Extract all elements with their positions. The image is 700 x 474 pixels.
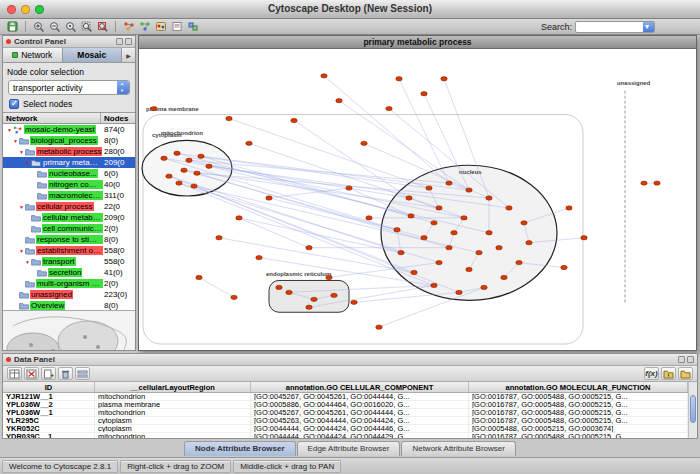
dropdown-arrows-icon[interactable] [117, 81, 129, 94]
network-node[interactable] [526, 241, 532, 245]
tab-network[interactable]: Network [3, 48, 63, 62]
network-node[interactable] [486, 196, 492, 200]
network-node[interactable] [581, 236, 587, 240]
network-node[interactable] [501, 275, 507, 279]
close-panel-icon[interactable] [125, 38, 132, 45]
network-node[interactable] [436, 206, 442, 210]
network-node[interactable] [276, 285, 282, 289]
network-node[interactable] [421, 236, 427, 240]
network-node[interactable] [196, 275, 202, 279]
network-node[interactable] [421, 92, 427, 96]
network-node[interactable] [466, 267, 472, 271]
tree-item-establishment-of-lo[interactable]: ▼establishment of lo...558(0 [3, 245, 135, 256]
network-node[interactable] [226, 116, 232, 120]
network-node[interactable] [431, 283, 437, 287]
network-node[interactable] [231, 295, 237, 299]
first-neighbors-icon[interactable] [121, 20, 136, 33]
network-node[interactable] [486, 231, 492, 235]
network-node[interactable] [366, 216, 372, 220]
network-node[interactable] [496, 245, 502, 249]
expand-arrow-icon[interactable]: ▼ [24, 259, 31, 265]
tree-item-cellular-metabo[interactable]: cellular metabo...209(0 [3, 212, 135, 223]
new-network-from-selection-icon[interactable] [137, 20, 152, 33]
network-node[interactable] [451, 231, 457, 235]
tab-overflow-icon[interactable] [122, 48, 135, 62]
network-node[interactable] [431, 221, 437, 225]
network-node[interactable] [436, 260, 442, 264]
network-node[interactable] [161, 156, 167, 160]
select-attributes-icon[interactable] [7, 367, 22, 380]
network-node[interactable] [174, 151, 180, 155]
tab-network-attribute-browser[interactable]: Network Attribute Browser [401, 441, 515, 456]
delete-attribute-icon[interactable] [58, 367, 73, 380]
vizmapper-icon[interactable] [153, 20, 168, 33]
network-node[interactable] [411, 270, 417, 274]
network-node[interactable] [256, 255, 262, 259]
network-node[interactable] [506, 206, 512, 210]
tab-mosaic[interactable]: Mosaic [63, 48, 123, 62]
network-node[interactable] [311, 297, 317, 301]
expand-arrow-icon[interactable]: ▼ [18, 204, 25, 210]
network-node[interactable] [191, 184, 197, 188]
network-node[interactable] [481, 285, 487, 289]
search-dropdown-icon[interactable] [643, 22, 654, 32]
zoom-window-icon[interactable] [35, 5, 44, 14]
tree-header-network[interactable]: Network [3, 113, 101, 123]
network-node[interactable] [361, 141, 367, 145]
network-node[interactable] [236, 216, 242, 220]
network-node[interactable] [186, 158, 192, 162]
tab-node-attribute-browser[interactable]: Node Attribute Browser [184, 441, 296, 456]
network-view-title[interactable]: primary metabolic process [139, 36, 696, 49]
table-scrollbar-thumb[interactable] [690, 395, 696, 423]
float-panel-icon[interactable] [678, 356, 685, 363]
save-session-icon[interactable] [5, 20, 20, 33]
unselect-attributes-icon[interactable] [24, 367, 39, 380]
column-header-molecular-function[interactable]: annotation.GO MOLECULAR_FUNCTION [469, 382, 688, 392]
tree-item-cellular-process[interactable]: ▼cellular process22(0 [3, 201, 135, 212]
network-node[interactable] [291, 118, 297, 122]
network-node[interactable] [176, 181, 182, 185]
network-node[interactable] [266, 196, 272, 200]
float-panel-icon[interactable] [116, 38, 123, 45]
select-nodes-checkbox[interactable] [9, 99, 19, 109]
network-node[interactable] [394, 228, 400, 232]
network-node[interactable] [446, 181, 452, 185]
network-node[interactable] [351, 300, 357, 304]
network-node[interactable] [151, 106, 157, 110]
table-row[interactable]: YLR295Ccytoplasm[GO:0045263, GO:0044444,… [3, 417, 688, 425]
network-node[interactable] [398, 250, 404, 254]
network-node[interactable] [641, 181, 647, 185]
zoom-selected-icon[interactable] [95, 20, 110, 33]
network-node[interactable] [326, 275, 332, 279]
close-panel-icon[interactable] [687, 356, 694, 363]
network-node[interactable] [461, 216, 467, 220]
network-node[interactable] [446, 245, 452, 249]
column-header-region[interactable]: __cellularLayoutRegion [95, 382, 251, 392]
color-attribute-dropdown[interactable]: transporter activity [8, 80, 130, 95]
table-row[interactable]: YPL036W__2plasma membrane[GO:0005886, GO… [3, 401, 688, 409]
table-row[interactable]: YJR121W__1mitochondrion[GO:0045267, GO:0… [3, 393, 688, 401]
network-node[interactable] [286, 290, 292, 294]
tree-item-cell-communicati[interactable]: cell communicati...2(0) [3, 223, 135, 234]
tree-item-macromolecule[interactable]: macromolecule...311(0 [3, 190, 135, 201]
birdseye-view[interactable] [3, 311, 135, 350]
network-node[interactable] [408, 214, 414, 218]
tree-item-metabolic-process[interactable]: ▼metabolic process280(0 [3, 146, 135, 157]
table-scrollbar[interactable] [688, 382, 697, 438]
network-node[interactable] [654, 181, 660, 185]
tree-item-nucleobase[interactable]: nucleobase...6(0) [3, 168, 135, 179]
function-builder-icon[interactable]: f(x) [644, 367, 659, 380]
network-node[interactable] [206, 164, 212, 168]
tree-item-primary-metabo[interactable]: ▼primary metabo...209(0 [3, 157, 135, 168]
network-node[interactable] [194, 171, 200, 175]
network-node[interactable] [306, 305, 312, 309]
network-graph[interactable]: plasma membrane cytoplasm mitochondrion … [139, 49, 696, 350]
network-node[interactable] [426, 186, 432, 190]
network-node[interactable] [476, 250, 482, 254]
minimize-window-icon[interactable] [21, 5, 30, 14]
expand-arrow-icon[interactable]: ▼ [18, 149, 25, 155]
table-row[interactable]: YDR039C__1mitochondrion[GO:0044444, GO:0… [3, 433, 688, 438]
network-node[interactable] [331, 293, 337, 297]
network-node[interactable] [336, 98, 342, 102]
tab-edge-attribute-browser[interactable]: Edge Attribute Browser [297, 441, 401, 456]
